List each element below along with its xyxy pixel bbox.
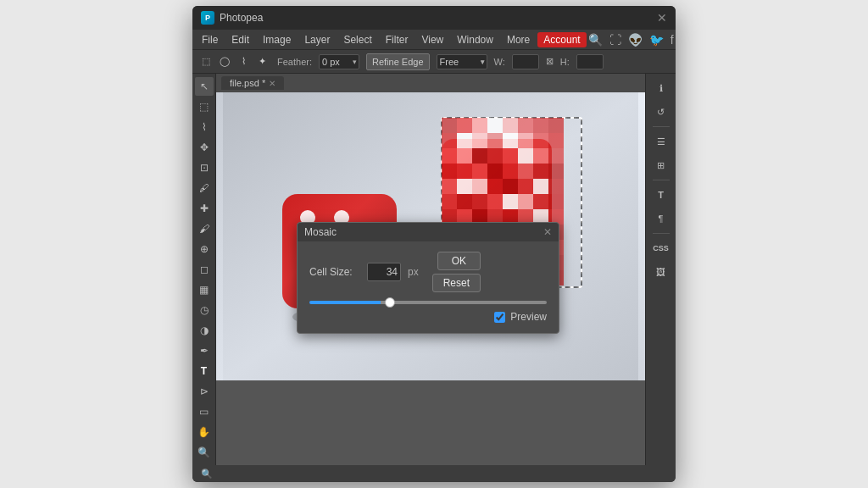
healing-tool[interactable]: ✚ [195, 199, 214, 218]
svg-rect-19 [548, 118, 564, 133]
gradient-tool[interactable]: ▦ [195, 280, 214, 299]
reddit-icon[interactable]: 👽 [628, 33, 643, 47]
style-select[interactable]: Free [437, 54, 487, 69]
feather-label: Feather: [277, 57, 312, 67]
right-divider-1 [653, 126, 670, 127]
svg-rect-56 [503, 194, 518, 209]
eyedropper-tool[interactable]: 🖋 [195, 179, 214, 197]
preview-row: Preview [309, 311, 547, 323]
reset-button[interactable]: Reset [432, 274, 481, 292]
pen-tool[interactable]: ✒ [195, 341, 214, 360]
clone-tool[interactable]: ⊕ [195, 240, 214, 258]
slider-row [309, 301, 547, 304]
shape-tool[interactable]: ▭ [195, 402, 214, 421]
svg-rect-54 [472, 194, 487, 209]
right-divider-2 [653, 180, 670, 180]
file-tab[interactable]: file.psd * ✕ [221, 76, 284, 90]
history-tool[interactable]: ↺ [650, 101, 672, 123]
svg-rect-46 [472, 179, 487, 194]
search-icon[interactable]: 🔍 [588, 33, 603, 47]
lasso-tool-left[interactable]: ⌇ [195, 118, 214, 136]
svg-rect-45 [457, 179, 472, 194]
right-divider-3 [653, 233, 670, 234]
path-select-tool[interactable]: ⊳ [195, 382, 214, 401]
move-tool[interactable]: ✥ [195, 138, 214, 157]
h-separator: ⊠ [546, 56, 554, 67]
status-bar: 🔍 [192, 465, 676, 482]
tab-filename: file.psd * [230, 78, 265, 88]
window-close-button[interactable]: ✕ [657, 12, 667, 24]
refine-edge-button[interactable]: Refine Edge [366, 53, 430, 70]
svg-rect-16 [503, 118, 518, 133]
svg-rect-34 [533, 148, 548, 164]
left-toolpanel: ↖ ⬚ ⌇ ✥ ⊡ 🖋 ✚ 🖌 ⊕ ◻ ▦ ◷ ◑ ✒ T ⊳ ▭ ✋ 🔍 [192, 74, 216, 465]
marquee-tool[interactable]: ⬚ [195, 97, 214, 116]
tab-bar: file.psd * ✕ [216, 74, 645, 92]
image-preview-tool[interactable]: 🖼 [650, 261, 672, 283]
feather-input[interactable] [319, 54, 359, 69]
eraser-tool[interactable]: ◻ [195, 260, 214, 279]
zoom-tool-bottom[interactable]: 🔍 [198, 466, 216, 481]
pointer-tool[interactable]: ↖ [195, 77, 214, 96]
css-tool[interactable]: CSS [650, 237, 672, 259]
h-input[interactable]: 0 [576, 54, 604, 69]
svg-rect-40 [503, 164, 518, 179]
tab-close-button[interactable]: ✕ [269, 79, 275, 88]
blur-tool[interactable]: ◷ [195, 301, 214, 319]
svg-rect-42 [533, 164, 548, 179]
svg-rect-39 [487, 164, 503, 179]
cell-size-label: Cell Size: [309, 266, 360, 278]
h-label: H: [560, 57, 570, 67]
lasso-tool[interactable]: ⌇ [235, 53, 252, 70]
magic-select-tool[interactable]: ✦ [253, 53, 270, 70]
preview-label: Preview [510, 311, 547, 323]
crop-tool[interactable]: ⊡ [195, 158, 214, 177]
hand-tool[interactable]: ✋ [195, 423, 214, 441]
menu-file[interactable]: File [196, 32, 224, 47]
svg-rect-12 [442, 118, 457, 133]
svg-rect-17 [518, 118, 533, 133]
menu-view[interactable]: View [415, 32, 449, 47]
menu-select[interactable]: Select [337, 32, 377, 47]
w-input[interactable]: 0 [512, 54, 539, 69]
twitter-icon[interactable]: 🐦 [649, 33, 664, 47]
brush-tool[interactable]: 🖌 [195, 219, 214, 238]
svg-rect-30 [472, 148, 487, 164]
svg-rect-28 [442, 148, 457, 164]
menu-filter[interactable]: Filter [380, 32, 415, 47]
fullscreen-icon[interactable]: ⛶ [609, 33, 621, 47]
main-area: ↖ ⬚ ⌇ ✥ ⊡ 🖋 ✚ 🖌 ⊕ ◻ ▦ ◷ ◑ ✒ T ⊳ ▭ ✋ 🔍 fi [192, 74, 676, 465]
svg-rect-14 [472, 118, 487, 133]
menu-window[interactable]: Window [451, 32, 499, 47]
menu-account[interactable]: Account [537, 32, 586, 47]
info-tool[interactable]: ℹ [650, 77, 672, 99]
dialog-title: Mosaic [304, 226, 337, 238]
svg-rect-32 [503, 148, 518, 164]
svg-rect-15 [487, 118, 503, 133]
type-panel-tool[interactable]: T [650, 184, 672, 206]
zoom-tool[interactable]: 🔍 [195, 443, 214, 462]
facebook-icon[interactable]: f [670, 33, 674, 47]
menu-bar: File Edit Image Layer Select Filter View… [192, 30, 676, 50]
dodge-tool[interactable]: ◑ [195, 321, 214, 340]
app-window: P Photopea ✕ File Edit Image Layer Selec… [192, 6, 676, 482]
cell-size-slider[interactable] [309, 301, 547, 304]
menu-layer[interactable]: Layer [298, 32, 336, 47]
app-title: Photopea [220, 12, 263, 24]
cell-size-input[interactable] [367, 263, 401, 281]
ok-button[interactable]: OK [437, 252, 481, 270]
canvas-content[interactable]: Mosaic ✕ Cell Size: px OK Reset [216, 92, 645, 380]
paragraph-tool[interactable]: ¶ [650, 208, 672, 230]
dialog-close-button[interactable]: ✕ [543, 226, 552, 238]
menu-edit[interactable]: Edit [225, 32, 255, 47]
menu-image[interactable]: Image [257, 32, 297, 47]
right-panel: ℹ ↺ ☰ ⊞ T ¶ CSS 🖼 [645, 74, 676, 465]
layers-tool[interactable]: ☰ [650, 130, 672, 152]
svg-rect-55 [487, 194, 503, 209]
ellipse-select-tool[interactable]: ◯ [216, 53, 233, 70]
type-tool[interactable]: T [195, 362, 214, 380]
preview-checkbox[interactable] [494, 312, 505, 323]
menu-more[interactable]: More [501, 32, 536, 47]
channels-tool[interactable]: ⊞ [650, 154, 672, 176]
rect-select-tool[interactable]: ⬚ [198, 53, 214, 70]
